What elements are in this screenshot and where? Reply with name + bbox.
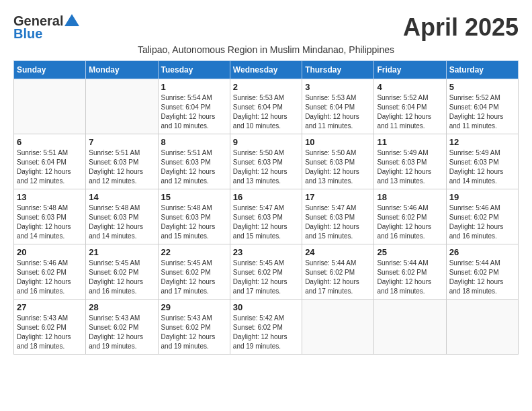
day-info: Sunrise: 5:48 AMSunset: 6:03 PMDaylight:… [17, 203, 83, 241]
logo-icon [64, 14, 79, 26]
day-number: 29 [161, 302, 227, 312]
day-number: 18 [377, 192, 443, 202]
day-number: 10 [305, 137, 371, 147]
calendar-cell: 4 Sunrise: 5:52 AMSunset: 6:04 PMDayligh… [374, 79, 446, 134]
calendar-cell: 24 Sunrise: 5:44 AMSunset: 6:02 PMDaylig… [302, 244, 374, 300]
subtitle: Talipao, Autonomous Region in Muslim Min… [13, 44, 519, 55]
day-number: 5 [449, 82, 515, 92]
day-number: 16 [233, 192, 299, 202]
weekday-header: Friday [374, 61, 446, 79]
day-info: Sunrise: 5:45 AMSunset: 6:02 PMDaylight:… [161, 259, 227, 296]
day-number: 23 [233, 247, 299, 257]
calendar-cell: 11 Sunrise: 5:49 AMSunset: 6:03 PMDaylig… [374, 134, 446, 189]
day-number: 3 [305, 82, 371, 92]
day-number: 7 [89, 137, 154, 147]
calendar-cell: 16 Sunrise: 5:47 AMSunset: 6:03 PMDaylig… [230, 189, 302, 244]
day-info: Sunrise: 5:46 AMSunset: 6:02 PMDaylight:… [449, 203, 515, 241]
day-number: 13 [17, 192, 83, 202]
calendar-cell: 29 Sunrise: 5:43 AMSunset: 6:02 PMDaylig… [158, 300, 230, 355]
weekday-header: Monday [86, 61, 158, 79]
weekday-header: Thursday [302, 61, 374, 79]
day-info: Sunrise: 5:49 AMSunset: 6:03 PMDaylight:… [449, 148, 515, 186]
day-info: Sunrise: 5:46 AMSunset: 6:02 PMDaylight:… [17, 259, 83, 296]
day-number: 2 [233, 82, 299, 92]
day-info: Sunrise: 5:48 AMSunset: 6:03 PMDaylight:… [161, 203, 227, 241]
calendar-cell: 18 Sunrise: 5:46 AMSunset: 6:02 PMDaylig… [374, 189, 446, 244]
calendar-cell: 13 Sunrise: 5:48 AMSunset: 6:03 PMDaylig… [14, 189, 86, 244]
calendar-cell: 3 Sunrise: 5:53 AMSunset: 6:04 PMDayligh… [302, 79, 374, 134]
header-area: General Blue April 2025 [13, 13, 519, 42]
day-info: Sunrise: 5:44 AMSunset: 6:02 PMDaylight:… [377, 259, 443, 296]
day-info: Sunrise: 5:43 AMSunset: 6:02 PMDaylight:… [161, 314, 227, 351]
logo-blue-text: Blue [13, 26, 79, 42]
calendar-table: SundayMondayTuesdayWednesdayThursdayFrid… [13, 60, 519, 355]
day-info: Sunrise: 5:43 AMSunset: 6:02 PMDaylight:… [17, 314, 83, 351]
month-title: April 2025 [403, 13, 519, 42]
day-number: 20 [17, 247, 83, 257]
day-info: Sunrise: 5:49 AMSunset: 6:03 PMDaylight:… [377, 148, 443, 186]
calendar-cell [86, 79, 158, 134]
calendar-cell: 20 Sunrise: 5:46 AMSunset: 6:02 PMDaylig… [14, 244, 86, 300]
calendar-cell: 6 Sunrise: 5:51 AMSunset: 6:04 PMDayligh… [14, 134, 86, 189]
calendar-cell: 5 Sunrise: 5:52 AMSunset: 6:04 PMDayligh… [446, 79, 518, 134]
weekday-header: Saturday [446, 61, 518, 79]
day-info: Sunrise: 5:45 AMSunset: 6:02 PMDaylight:… [89, 259, 154, 296]
day-info: Sunrise: 5:51 AMSunset: 6:03 PMDaylight:… [89, 148, 154, 186]
day-info: Sunrise: 5:44 AMSunset: 6:02 PMDaylight:… [449, 259, 515, 296]
day-number: 17 [305, 192, 371, 202]
day-info: Sunrise: 5:53 AMSunset: 6:04 PMDaylight:… [233, 93, 299, 131]
calendar-cell: 1 Sunrise: 5:54 AMSunset: 6:04 PMDayligh… [158, 79, 230, 134]
calendar-cell: 8 Sunrise: 5:51 AMSunset: 6:03 PMDayligh… [158, 134, 230, 189]
day-number: 25 [377, 247, 443, 257]
day-info: Sunrise: 5:47 AMSunset: 6:03 PMDaylight:… [305, 203, 371, 241]
calendar-cell [14, 79, 86, 134]
weekday-header: Tuesday [158, 61, 230, 79]
calendar-cell: 14 Sunrise: 5:48 AMSunset: 6:03 PMDaylig… [86, 189, 158, 244]
day-info: Sunrise: 5:50 AMSunset: 6:03 PMDaylight:… [305, 148, 371, 186]
day-number: 28 [89, 302, 154, 312]
weekday-header: Wednesday [230, 61, 302, 79]
calendar-cell: 22 Sunrise: 5:45 AMSunset: 6:02 PMDaylig… [158, 244, 230, 300]
day-info: Sunrise: 5:53 AMSunset: 6:04 PMDaylight:… [305, 93, 371, 131]
calendar-cell: 25 Sunrise: 5:44 AMSunset: 6:02 PMDaylig… [374, 244, 446, 300]
day-info: Sunrise: 5:46 AMSunset: 6:02 PMDaylight:… [377, 203, 443, 241]
day-number: 22 [161, 247, 227, 257]
calendar-cell: 2 Sunrise: 5:53 AMSunset: 6:04 PMDayligh… [230, 79, 302, 134]
calendar-cell: 9 Sunrise: 5:50 AMSunset: 6:03 PMDayligh… [230, 134, 302, 189]
day-info: Sunrise: 5:54 AMSunset: 6:04 PMDaylight:… [161, 93, 227, 131]
day-info: Sunrise: 5:47 AMSunset: 6:03 PMDaylight:… [233, 203, 299, 241]
calendar-cell: 17 Sunrise: 5:47 AMSunset: 6:03 PMDaylig… [302, 189, 374, 244]
day-number: 9 [233, 137, 299, 147]
day-info: Sunrise: 5:42 AMSunset: 6:02 PMDaylight:… [233, 314, 299, 351]
day-info: Sunrise: 5:45 AMSunset: 6:02 PMDaylight:… [233, 259, 299, 296]
day-number: 24 [305, 247, 371, 257]
calendar-cell [302, 300, 374, 355]
calendar-cell: 27 Sunrise: 5:43 AMSunset: 6:02 PMDaylig… [14, 300, 86, 355]
logo: General Blue [13, 13, 79, 42]
calendar-cell: 7 Sunrise: 5:51 AMSunset: 6:03 PMDayligh… [86, 134, 158, 189]
calendar-cell [446, 300, 518, 355]
day-number: 12 [449, 137, 515, 147]
day-info: Sunrise: 5:51 AMSunset: 6:03 PMDaylight:… [161, 148, 227, 186]
calendar-cell: 30 Sunrise: 5:42 AMSunset: 6:02 PMDaylig… [230, 300, 302, 355]
calendar-cell [374, 300, 446, 355]
day-number: 8 [161, 137, 227, 147]
day-number: 30 [233, 302, 299, 312]
day-number: 26 [449, 247, 515, 257]
day-info: Sunrise: 5:44 AMSunset: 6:02 PMDaylight:… [305, 259, 371, 296]
day-info: Sunrise: 5:52 AMSunset: 6:04 PMDaylight:… [449, 93, 515, 131]
day-number: 21 [89, 247, 154, 257]
calendar-cell: 12 Sunrise: 5:49 AMSunset: 6:03 PMDaylig… [446, 134, 518, 189]
day-number: 11 [377, 137, 443, 147]
day-number: 6 [17, 137, 83, 147]
day-number: 14 [89, 192, 154, 202]
weekday-header: Sunday [14, 61, 86, 79]
day-number: 19 [449, 192, 515, 202]
calendar-cell: 19 Sunrise: 5:46 AMSunset: 6:02 PMDaylig… [446, 189, 518, 244]
day-number: 27 [17, 302, 83, 312]
day-info: Sunrise: 5:51 AMSunset: 6:04 PMDaylight:… [17, 148, 83, 186]
day-info: Sunrise: 5:43 AMSunset: 6:02 PMDaylight:… [89, 314, 154, 351]
day-number: 1 [161, 82, 227, 92]
svg-marker-0 [64, 14, 79, 26]
day-info: Sunrise: 5:48 AMSunset: 6:03 PMDaylight:… [89, 203, 154, 241]
